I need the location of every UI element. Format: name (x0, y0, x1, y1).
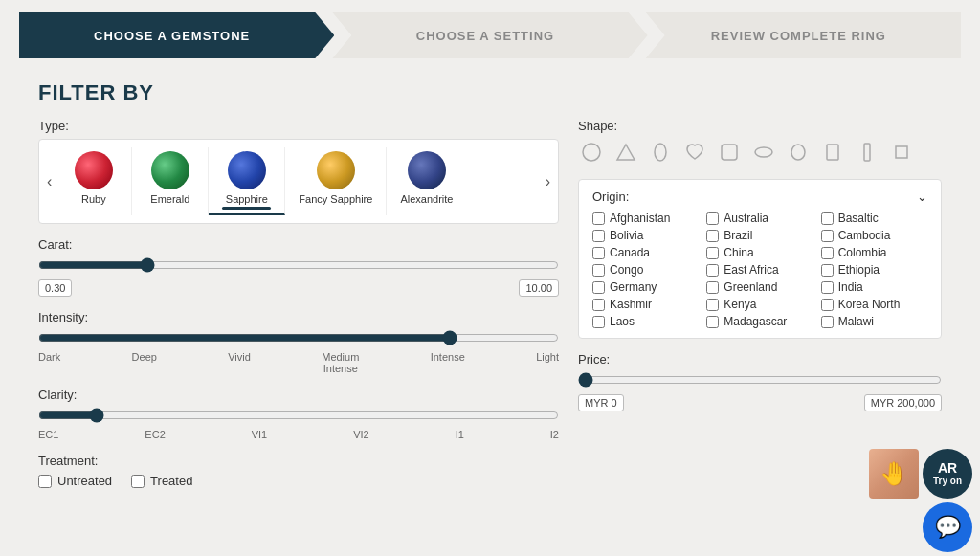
treatment-label: Treatment: (38, 454, 559, 468)
origin-kenya[interactable]: Kenya (706, 298, 813, 311)
gemstone-ruby[interactable]: Ruby (56, 147, 132, 215)
top-navigation: CHOOSE A GEMSTONE CHOOSE A SETTING REVIE… (0, 0, 980, 71)
ar-sublabel: Try on (933, 476, 962, 487)
clarity-vi2: VI2 (353, 429, 369, 440)
shape-cushion[interactable] (716, 139, 743, 166)
gemstone-fancy-sapphire[interactable]: Fancy Sapphire (285, 147, 387, 215)
nav-step-setting[interactable]: CHOOSE A SETTING (332, 12, 647, 58)
origin-congo[interactable]: Congo (592, 263, 699, 277)
carat-section: Carat: 0.30 10.00 (38, 237, 559, 297)
clarity-labels: EC1 EC2 VI1 VI2 I1 I2 (38, 429, 559, 440)
intensity-deep: Deep (132, 351, 157, 374)
intensity-slider[interactable] (38, 330, 559, 345)
origin-header[interactable]: Origin: ⌄ (592, 189, 927, 204)
shape-princess[interactable] (888, 139, 915, 166)
shape-label: Shape: (578, 119, 942, 133)
treated-checkbox[interactable] (131, 475, 145, 488)
origin-grid: Afghanistan Australia Basaltic Bolivia B… (592, 211, 927, 328)
treatment-section: Treatment: Untreated Treated (38, 454, 559, 488)
sapphire-selected-bar (222, 207, 271, 210)
price-value-boxes: MYR 0 MYR 200,000 (578, 394, 942, 411)
left-panel: Type: ‹ Ruby Emerald (38, 119, 559, 490)
filter-title: FILTER BY (38, 80, 942, 105)
price-slider[interactable] (578, 372, 942, 388)
shape-baguette[interactable] (854, 139, 880, 166)
origin-india[interactable]: India (821, 280, 927, 294)
origin-malawi[interactable]: Malawi (821, 315, 927, 328)
clarity-slider[interactable] (38, 408, 559, 423)
clarity-i1: I1 (456, 429, 464, 440)
carat-min-box: 0.30 (38, 279, 72, 297)
origin-laos[interactable]: Laos (592, 315, 699, 328)
carousel-next-button[interactable]: › (542, 173, 554, 190)
treatment-checkboxes: Untreated Treated (38, 474, 559, 488)
untreated-label: Untreated (57, 474, 112, 488)
shape-marquise[interactable] (750, 139, 777, 166)
shape-emerald-cut[interactable] (819, 139, 846, 166)
intensity-dark: Dark (38, 351, 60, 374)
svg-point-2 (655, 144, 666, 161)
svg-rect-3 (722, 145, 737, 160)
origin-korea-north[interactable]: Korea North (821, 298, 927, 311)
carat-max-box: 10.00 (519, 279, 559, 297)
treated-checkbox-label[interactable]: Treated (131, 474, 192, 488)
sapphire-label: Sapphire (226, 193, 268, 205)
svg-rect-5 (827, 145, 838, 160)
shape-pear[interactable] (785, 139, 812, 166)
shape-triangle[interactable] (612, 139, 639, 166)
ar-try-on-button[interactable]: AR Try on (923, 449, 972, 499)
gemstone-alexandrite[interactable]: Alexandrite (387, 147, 466, 215)
nav-step-review[interactable]: REVIEW COMPLETE RING (646, 12, 961, 58)
type-label: Type: (38, 119, 559, 133)
main-content: FILTER BY Type: ‹ Ruby Emerald (0, 71, 980, 500)
right-panel: Shape: (578, 119, 942, 490)
origin-germany[interactable]: Germany (592, 280, 699, 294)
origin-label: Origin: (592, 189, 629, 204)
nav-step-setting-label: CHOOSE A SETTING (416, 29, 554, 43)
origin-madagascar[interactable]: Madagascar (706, 315, 813, 328)
origin-basaltic[interactable]: Basaltic (821, 211, 927, 225)
shape-heart[interactable] (681, 139, 708, 166)
gemstone-emerald[interactable]: Emerald (132, 147, 209, 215)
carat-label: Carat: (38, 237, 559, 252)
carat-slider[interactable] (38, 257, 559, 273)
origin-cambodia[interactable]: Cambodia (821, 229, 927, 242)
chat-button[interactable]: 💬 (923, 502, 972, 552)
untreated-checkbox[interactable] (38, 475, 52, 488)
intensity-intense: Intense (431, 351, 465, 374)
emerald-gem (151, 151, 189, 189)
svg-point-4 (755, 147, 772, 157)
fancy-sapphire-gem (317, 151, 355, 189)
ar-thumbnail: 🤚 (869, 449, 919, 499)
origin-colombia[interactable]: Colombia (821, 246, 927, 259)
svg-rect-6 (864, 144, 870, 161)
origin-australia[interactable]: Australia (706, 211, 813, 225)
intensity-medium: MediumIntense (322, 351, 359, 374)
untreated-checkbox-label[interactable]: Untreated (38, 474, 112, 488)
origin-kashmir[interactable]: Kashmir (592, 298, 699, 311)
shape-oval[interactable] (647, 139, 674, 166)
type-section: Type: ‹ Ruby Emerald (38, 119, 559, 224)
origin-afghanistan[interactable]: Afghanistan (592, 211, 699, 225)
origin-canada[interactable]: Canada (592, 246, 699, 259)
origin-brazil[interactable]: Brazil (706, 229, 813, 242)
ar-hand-preview: 🤚 (869, 449, 919, 499)
intensity-labels: Dark Deep Vivid MediumIntense Intense Li… (38, 351, 559, 374)
shape-round[interactable] (578, 139, 605, 166)
price-section: Price: MYR 0 MYR 200,000 (578, 352, 942, 411)
origin-chevron-icon: ⌄ (917, 189, 927, 204)
emerald-label: Emerald (150, 193, 189, 205)
origin-china[interactable]: China (706, 246, 813, 259)
intensity-section: Intensity: Dark Deep Vivid MediumIntense… (38, 310, 559, 374)
origin-east-africa[interactable]: East Africa (706, 263, 813, 277)
carat-value-boxes: 0.30 10.00 (38, 279, 559, 297)
gemstone-carousel: ‹ Ruby Emerald Sapphire (38, 139, 559, 224)
nav-step-review-label: REVIEW COMPLETE RING (711, 29, 886, 43)
origin-ethiopia[interactable]: Ethiopia (821, 263, 927, 277)
gemstone-sapphire[interactable]: Sapphire (209, 147, 285, 215)
nav-step-gemstone[interactable]: CHOOSE A GEMSTONE (19, 12, 334, 58)
origin-greenland[interactable]: Greenland (706, 280, 813, 294)
carousel-prev-button[interactable]: ‹ (43, 173, 56, 190)
origin-bolivia[interactable]: Bolivia (592, 229, 699, 242)
price-label: Price: (578, 352, 942, 367)
